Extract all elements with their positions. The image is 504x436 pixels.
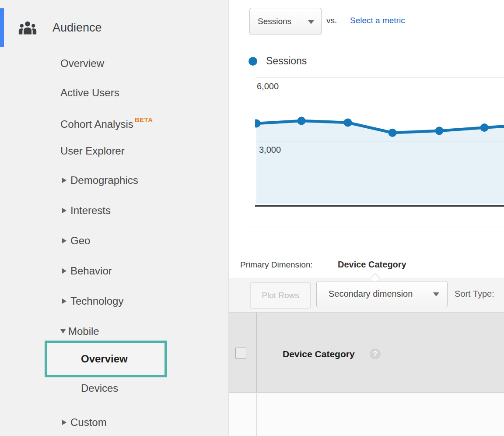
- sidebar-item-mobile-devices[interactable]: Devices: [81, 381, 118, 395]
- sidebar-item-mobile[interactable]: Mobile: [60, 324, 99, 338]
- report-content: Sessions vs. Select a metric Sessions 6,…: [229, 0, 504, 436]
- chart-data-point: [480, 123, 489, 132]
- table-row: [229, 393, 504, 436]
- ga-mobile-overview-screen: { "sidebar": { "section_label": "Audienc…: [0, 0, 504, 436]
- table-header-row: Device Category ?: [229, 312, 504, 393]
- primary-dimension-value-device-category[interactable]: Device Category: [338, 260, 406, 270]
- chart-bottom-divider: [248, 226, 504, 226]
- legend-dot-icon: [248, 57, 257, 66]
- beta-badge: BETA: [135, 116, 153, 123]
- chart-data-point: [344, 119, 352, 127]
- active-section-accent-bar: [0, 8, 4, 47]
- collapsed-arrow-icon: [62, 208, 66, 213]
- vs-label: vs.: [326, 16, 337, 25]
- legend-label: Sessions: [266, 55, 307, 67]
- expanded-arrow-icon: [60, 329, 66, 334]
- collapsed-arrow-icon: [62, 420, 66, 425]
- report-sidebar: Audience Overview Active Users Cohort An…: [0, 0, 229, 436]
- dropdown-caret-icon: [433, 292, 439, 296]
- sidebar-item-custom[interactable]: Custom: [62, 415, 107, 429]
- column-divider: [256, 313, 257, 392]
- collapsed-arrow-icon: [62, 178, 66, 183]
- plot-rows-button[interactable]: Plot Rows: [250, 282, 311, 309]
- sidebar-item-cohort-analysis[interactable]: Cohort AnalysisBETA: [60, 115, 153, 129]
- sidebar-item-demographics[interactable]: Demographics: [62, 173, 138, 187]
- sidebar-item-overview[interactable]: Overview: [60, 56, 104, 70]
- collapsed-arrow-icon: [62, 238, 66, 243]
- secondary-dimension-dropdown[interactable]: Secondary dimension: [316, 281, 448, 307]
- sidebar-item-behavior[interactable]: Behavior: [62, 264, 112, 278]
- sidebar-item-interests[interactable]: Interests: [62, 204, 111, 218]
- dropdown-caret-icon: [308, 20, 314, 24]
- chart-data-point: [435, 127, 444, 135]
- chart-data-point: [388, 129, 397, 137]
- metric-selector-dropdown[interactable]: Sessions: [249, 8, 322, 35]
- sidebar-section-audience[interactable]: Audience: [52, 21, 102, 35]
- help-icon[interactable]: ?: [370, 348, 381, 359]
- column-divider: [256, 393, 257, 436]
- select-all-checkbox[interactable]: [235, 348, 246, 359]
- device-category-column-header[interactable]: Device Category: [283, 349, 355, 359]
- collapsed-arrow-icon: [62, 299, 66, 304]
- chart-data-point: [298, 117, 306, 125]
- sidebar-item-geo[interactable]: Geo: [62, 234, 90, 248]
- select-a-metric-link[interactable]: Select a metric: [350, 16, 405, 25]
- sidebar-item-user-explorer[interactable]: User Explorer: [60, 144, 125, 158]
- audience-people-icon: [17, 18, 38, 39]
- collapsed-arrow-icon: [62, 268, 66, 274]
- sidebar-item-active-users[interactable]: Active Users: [60, 86, 119, 100]
- table-toolbar: Plot Rows Secondary dimension Sort Type:: [229, 278, 504, 312]
- chart-x-axis: [255, 205, 504, 207]
- sidebar-item-mobile-overview-active[interactable]: Overview: [45, 341, 167, 377]
- sort-type-label: Sort Type:: [455, 289, 494, 299]
- sidebar-item-technology[interactable]: Technology: [62, 294, 123, 308]
- primary-dimension-label: Primary Dimension:: [240, 260, 313, 270]
- sessions-line-chart[interactable]: [255, 75, 504, 207]
